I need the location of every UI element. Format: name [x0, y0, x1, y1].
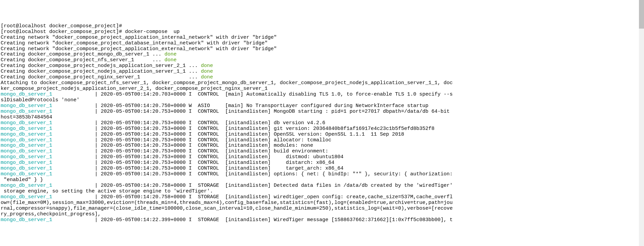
terminal-line: mongo_db_server_1 | 2020-05-05T00:14:20.… — [1, 126, 644, 132]
terminal-output[interactable]: [root@localhost docker_compose_project]#… — [1, 24, 644, 223]
log-text: | 2020-05-05T00:14:20.758+0000 I STORAGE… — [95, 183, 453, 188]
service-name-label: mongo_db_server_1 — [1, 92, 95, 97]
terminal-line: Creating network "docker_compose_project… — [1, 46, 644, 52]
log-text: | 2020-05-05T00:14:20.753+0000 I CONTROL… — [95, 154, 343, 160]
service-name-label: mongo_db_server_1 — [1, 183, 95, 188]
terminal-line: [root@localhost docker_compose_project]# — [1, 24, 644, 29]
terminal-line: Creating docker_compose_project_mongo_db… — [1, 52, 644, 58]
terminal-line: mongo_db_server_1 | 2020-05-05T00:14:20.… — [1, 149, 644, 154]
status-done: done — [164, 57, 177, 63]
terminal-line: mongo_db_server_1 | 2020-05-05T00:14:20.… — [1, 172, 644, 177]
log-text: | 2020-05-05T00:14:20.753+0000 I CONTROL… — [95, 148, 328, 154]
terminal-line: mongo_db_server_1 | 2020-05-05T00:14:20.… — [1, 195, 644, 200]
status-done: done — [201, 63, 213, 69]
terminal-line: mongo_db_server_1 | 2020-05-05T00:14:20.… — [1, 143, 644, 149]
terminal-line: Attaching to docker_compose_project_nfs_… — [1, 80, 644, 86]
service-name-label: mongo_db_server_1 — [1, 171, 95, 177]
service-name-label: mongo_db_server_1 — [1, 137, 95, 143]
terminal-line: Creating docker_compose_project_nginx_se… — [1, 75, 644, 80]
terminal-line: mongo_db_server_1 | 2020-05-05T00:14:20.… — [1, 183, 644, 189]
service-name-label: mongo_db_server_1 — [1, 166, 95, 171]
terminal-line: Creating docker_compose_project_nodejs_a… — [1, 63, 644, 69]
log-text: | 2020-05-05T00:14:20.753+0000 I CONTROL… — [95, 109, 453, 114]
terminal-line: mongo_db_server_1 | 2020-05-05T00:14:20.… — [1, 132, 644, 138]
terminal-line: mongo_db_server_1 | 2020-05-05T00:14:20.… — [1, 109, 644, 115]
terminal-line: Creating network "docker_compose_project… — [1, 41, 644, 46]
status-done: done — [201, 74, 213, 80]
terminal-line: mongo_db_server_1 | 2020-05-05T00:14:20.… — [1, 103, 644, 109]
terminal-line: [root@localhost docker_compose_project]#… — [1, 29, 644, 35]
service-name-label: mongo_db_server_1 — [1, 217, 95, 223]
service-name-label: mongo_db_server_1 — [1, 132, 95, 137]
terminal-line: mongo_db_server_1 | 2020-05-05T00:14:20.… — [1, 160, 644, 166]
log-text: | 2020-05-05T00:14:20.750+0000 W ASIO [m… — [95, 103, 428, 109]
log-text: | 2020-05-05T00:14:20.753+0000 I CONTROL… — [95, 160, 334, 166]
scrollbar-thumb[interactable] — [639, 0, 644, 29]
service-name-label: mongo_db_server_1 — [1, 148, 95, 154]
log-text: | 2020-05-05T00:14:20.753+0000 I CONTROL… — [95, 126, 434, 132]
terminal-line: ow=(file_max=0M),session_max=33000,evict… — [1, 200, 644, 206]
log-text: "enabled" } } — [1, 177, 43, 183]
log-text: Creating docker_compose_project_mongo_db… — [1, 51, 164, 57]
terminal-line: mongo_db_server_1 | 2020-05-05T00:14:20.… — [1, 120, 644, 126]
log-text: Creating network "docker_compose_project… — [1, 35, 277, 40]
log-text: [root@localhost docker_compose_project]#… — [1, 29, 180, 35]
log-text: [root@localhost docker_compose_project]# — [1, 23, 122, 29]
terminal-line: ry_progress,checkpoint_progress], — [1, 212, 644, 217]
terminal-line: rnal,compressor=snappy),file_manager=(cl… — [1, 206, 644, 212]
log-text: | 2020-05-05T00:14:20.753+0000 I CONTROL… — [95, 132, 404, 137]
log-text: Attaching to docker_compose_project_nfs_… — [1, 80, 453, 86]
log-text: | 2020-05-05T00:14:20.753+0000 I CONTROL… — [95, 120, 325, 126]
service-name-label: mongo_db_server_1 — [1, 160, 95, 166]
terminal-line: "enabled" } } — [1, 177, 644, 183]
log-text: | 2020-05-05T00:14:20.753+0000 I CONTROL… — [95, 171, 453, 177]
service-name-label: mongo_db_server_1 — [1, 154, 95, 160]
service-name-label: mongo_db_server_1 — [1, 143, 95, 148]
scrollbar[interactable] — [639, 0, 644, 246]
log-text: Creating docker_compose_project_nodejs_a… — [1, 63, 201, 69]
terminal-line: ker_compose_project_nodejs_application_s… — [1, 86, 644, 92]
log-text: Creating docker_compose_project_nfs_serv… — [1, 57, 164, 63]
log-text: rnal,compressor=snappy),file_manager=(cl… — [1, 206, 453, 211]
log-text: | 2020-05-05T00:14:20.753+0000 I CONTROL… — [95, 166, 343, 171]
log-text: | 2020-05-05T00:14:20.753+0000 I CONTROL… — [95, 143, 313, 148]
log-text: | 2020-05-05T00:14:20.753+0000 I CONTROL… — [95, 137, 331, 143]
service-name-label: mongo_db_server_1 — [1, 103, 95, 109]
log-text: host=3853b7484564 — [1, 114, 52, 120]
terminal-line: storage engine, so setting the active st… — [1, 189, 644, 195]
log-text: Creating network "docker_compose_project… — [1, 46, 277, 52]
terminal-line: mongo_db_server_1 | 2020-05-05T00:14:20.… — [1, 166, 644, 172]
service-name-label: mongo_db_server_1 — [1, 120, 95, 126]
log-text: Creating network "docker_compose_project… — [1, 40, 268, 46]
status-done: done — [164, 51, 177, 57]
log-text: Creating docker_compose_project_nodejs_a… — [1, 69, 201, 74]
status-done: done — [201, 69, 213, 74]
terminal-line: mongo_db_server_1 | 2020-05-05T00:14:20.… — [1, 138, 644, 143]
terminal-line: host=3853b7484564 — [1, 115, 644, 120]
terminal-line: slDisabledProtocols 'none' — [1, 98, 644, 103]
log-text: Creating docker_compose_project_nginx_se… — [1, 74, 201, 80]
log-text: slDisabledProtocols 'none' — [1, 97, 80, 103]
service-name-label: mongo_db_server_1 — [1, 194, 95, 200]
terminal-line: Creating network "docker_compose_project… — [1, 35, 644, 41]
terminal-line: mongo_db_server_1 | 2020-05-05T00:14:20.… — [1, 92, 644, 98]
log-text: storage engine, so setting the active st… — [1, 188, 213, 194]
log-text: ker_compose_project_nodejs_application_s… — [1, 86, 268, 92]
terminal-line: mongo_db_server_1 | 2020-05-05T00:14:20.… — [1, 154, 644, 160]
service-name-label: mongo_db_server_1 — [1, 109, 95, 114]
terminal-line: Creating docker_compose_project_nodejs_a… — [1, 69, 644, 75]
log-text: | 2020-05-05T00:14:20.703+0000 I CONTROL… — [95, 92, 453, 97]
log-text: | 2020-05-05T00:14:20.758+0000 I STORAGE… — [95, 194, 453, 200]
service-name-label: mongo_db_server_1 — [1, 126, 95, 132]
terminal-line: mongo_db_server_1 | 2020-05-05T00:14:22.… — [1, 217, 644, 223]
terminal-line: Creating docker_compose_project_nfs_serv… — [1, 58, 644, 63]
log-text: ry_progress,checkpoint_progress], — [1, 211, 101, 217]
log-text: | 2020-05-05T00:14:22.399+0000 I STORAGE… — [95, 217, 453, 223]
log-text: ow=(file_max=0M),session_max=33000,evict… — [1, 200, 453, 206]
